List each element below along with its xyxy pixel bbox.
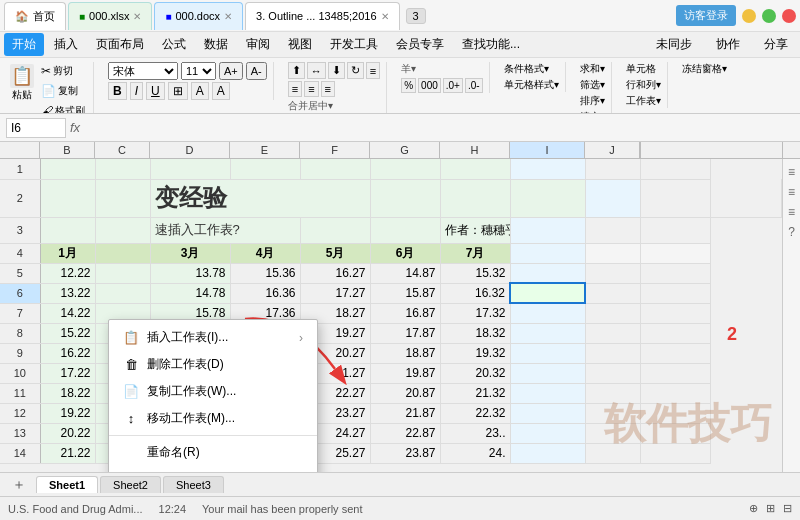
cell-h11[interactable]: 21.32 [440,383,510,403]
cell-h1[interactable] [440,159,510,179]
cell-b1[interactable] [40,159,95,179]
col-header-d[interactable]: D [150,142,230,158]
ribbon-copy-btn[interactable]: 📄复制 [39,82,87,100]
cell-h9[interactable]: 19.32 [440,343,510,363]
cell-f6[interactable]: 17.27 [300,283,370,303]
cell-g8[interactable]: 17.87 [370,323,440,343]
cell-h2[interactable] [510,179,585,217]
cell-c2[interactable] [95,179,150,217]
zoom-icon[interactable]: ⊕ [749,502,758,515]
cell-reference-input[interactable]: I6 [6,118,66,138]
cell-h7[interactable]: 17.32 [440,303,510,323]
cell-g11[interactable]: 20.87 [370,383,440,403]
cell-i6-selected[interactable] [510,283,585,303]
align-bot-btn[interactable]: ⬇ [328,62,345,79]
cell-extra6[interactable] [640,283,711,303]
cell-i13[interactable] [510,423,585,443]
cell-e4[interactable]: 4月 [230,243,300,263]
bold-btn[interactable]: B [108,82,127,100]
cell-c4[interactable] [95,243,150,263]
menu-huiyuan[interactable]: 会员专享 [388,33,452,56]
cell-extra3[interactable] [640,217,711,243]
cell-extra5[interactable] [640,263,711,283]
cell-g13[interactable]: 22.87 [370,423,440,443]
cell-h12[interactable]: 22.32 [440,403,510,423]
align-mid-btn[interactable]: ↔ [307,62,326,79]
cell-g3[interactable] [370,217,440,243]
cell-i9[interactable] [510,343,585,363]
cell-h3-author[interactable]: 作者：穗穗乎 [440,217,510,243]
cell-b13[interactable]: 20.22 [40,423,95,443]
cell-b10[interactable]: 17.22 [40,363,95,383]
col-header-i[interactable]: I [510,142,585,158]
merge-center-label[interactable]: 合并居中▾ [288,99,380,113]
cell-i4[interactable] [510,243,585,263]
sidebar-icon-4[interactable]: ? [788,225,795,239]
menu-kaishi[interactable]: 开始 [4,33,44,56]
tab-xlsx[interactable]: ■ 000.xlsx ✕ [68,2,152,30]
cell-i3[interactable] [510,217,585,243]
rowcol-label[interactable]: 行和列▾ [626,78,661,92]
add-sheet-button[interactable]: ＋ [4,474,34,496]
sidebar-icon-1[interactable]: ≡ [788,165,795,179]
sheet-label[interactable]: 工作表▾ [626,94,661,108]
cell-i8[interactable] [510,323,585,343]
cell-j6[interactable] [585,283,640,303]
cell-j3[interactable] [585,217,640,243]
cell-extra2[interactable] [711,179,782,217]
cell-i10[interactable] [510,363,585,383]
xlsx-close-icon[interactable]: ✕ [133,11,141,22]
cell-j1[interactable] [585,159,640,179]
col-header-c[interactable]: C [95,142,150,158]
ribbon-paste-btn[interactable]: 📋 粘贴 [8,62,36,114]
cell-d2-title[interactable]: 变经验 [150,179,370,217]
cell-g12[interactable]: 21.87 [370,403,440,423]
cell-h13[interactable]: 23.. [440,423,510,443]
cell-f3[interactable] [300,217,370,243]
menu-gongshi[interactable]: 公式 [154,33,194,56]
sidebar-icon-2[interactable]: ≡ [788,185,795,199]
cell-b11[interactable]: 18.22 [40,383,95,403]
cell-c1[interactable] [95,159,150,179]
tab-docx[interactable]: ■ 000.docx ✕ [154,2,243,30]
cell-j2[interactable] [640,179,711,217]
cell-f1[interactable] [300,159,370,179]
cell-extra4[interactable] [640,243,711,263]
window-num[interactable]: 3 [406,8,426,24]
cell-g9[interactable]: 18.87 [370,343,440,363]
ctx-delete-sheet[interactable]: 🗑 删除工作表(D) [109,351,317,378]
cell-b8[interactable]: 15.22 [40,323,95,343]
cell-b5[interactable]: 12.22 [40,263,95,283]
cell-i1[interactable] [510,159,585,179]
maximize-button[interactable] [762,9,776,23]
sort-label[interactable]: 排序▾ [580,94,605,108]
normal-view-icon[interactable]: ⊞ [766,502,775,515]
cell-f4[interactable]: 5月 [300,243,370,263]
menu-shenyue[interactable]: 审阅 [238,33,278,56]
page-view-icon[interactable]: ⊟ [783,502,792,515]
cell-extra1[interactable] [640,159,711,179]
col-header-b[interactable]: B [40,142,95,158]
cell-j5[interactable] [585,263,640,283]
align-top-btn[interactable]: ⬆ [288,62,305,79]
comma-btn[interactable]: 000 [418,78,441,93]
cell-f2[interactable] [370,179,440,217]
ribbon-format-copy-btn[interactable]: 🖌格式刷 [39,102,87,114]
col-header-h[interactable]: H [440,142,510,158]
cell-g5[interactable]: 14.87 [370,263,440,283]
sheet-tab-1[interactable]: Sheet1 [36,476,98,493]
cell-h14[interactable]: 24. [440,443,510,463]
menu-search[interactable]: 查找功能... [454,33,528,56]
cell-d5[interactable]: 13.78 [150,263,230,283]
cond-format-label[interactable]: 条件格式▾ [504,62,559,76]
font-increase-btn[interactable]: A+ [219,62,243,80]
cell-b14[interactable]: 21.22 [40,443,95,463]
cell-b4[interactable]: 1月 [40,243,95,263]
cell-i5[interactable] [510,263,585,283]
font-size-select[interactable]: 11 [181,62,216,80]
menu-shuju[interactable]: 数据 [196,33,236,56]
tab-home[interactable]: 🏠 首页 [4,2,66,30]
cell-i2[interactable] [585,179,640,217]
col-header-j[interactable]: J [585,142,640,158]
cell-i14[interactable] [510,443,585,463]
